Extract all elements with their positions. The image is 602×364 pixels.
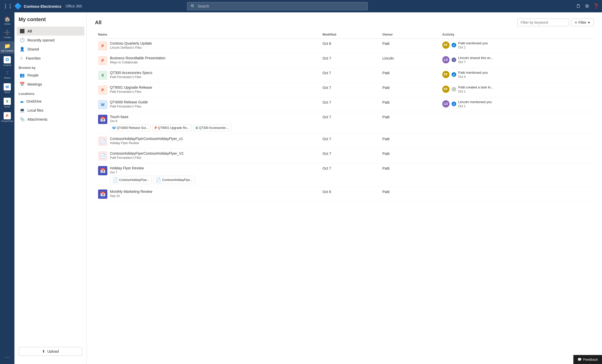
sidebar-item-people[interactable]: 👥 People [14, 71, 86, 80]
file-title[interactable]: Holiday Flyer Review [110, 166, 195, 170]
file-activity: LD ↗ Lincoln shared this wi... Oct 7 [439, 53, 594, 68]
teams-icon: T [6, 71, 9, 76]
file-title[interactable]: Business Roundtable Presentation [110, 56, 165, 60]
file-activity: LD @ Lincoln mentioned you Oct 1 [439, 97, 594, 112]
file-modified: Oct 7 [319, 163, 379, 187]
sidebar-item-meetings[interactable]: 📅 Meetings [14, 80, 86, 89]
filter-input[interactable] [517, 19, 569, 26]
chip-icon: X [196, 126, 198, 130]
file-info: ContosoHolidayFlyerContosoHolidayFlyer_v… [110, 137, 183, 145]
file-title[interactable]: QT300 Accessories Specs [110, 71, 152, 75]
file-title[interactable]: Touch base [110, 115, 231, 119]
feedback-icon[interactable]: 🗒 [576, 4, 581, 9]
file-icon: P [98, 85, 107, 95]
chip-icon: 📄 [112, 177, 118, 183]
rail-item-mycontent[interactable]: 📁 My Content [0, 41, 14, 54]
table-row[interactable]: 📄 ContosoHolidayFlyerContosoHolidayFlyer… [95, 134, 594, 149]
file-activity: PF @ Patti mentioned you Oct 4 [439, 68, 594, 83]
activity-badge-icon: @ [452, 72, 456, 77]
sidebar-nav: ⬛ All 🕐 Recently opened 👤 Shared ☆ Favor… [14, 27, 86, 63]
filter-icon: ≡ [575, 20, 577, 24]
sidebar-item-shared[interactable]: 👤 Shared [17, 45, 84, 54]
table-row[interactable]: 📅 Touch base Oct 8 W QT4000 Release Gui.… [95, 112, 594, 134]
file-activity [439, 134, 594, 149]
sidebar-item-recently-opened[interactable]: 🕐 Recently opened [17, 36, 84, 45]
table-row[interactable]: 📅 Holiday Flyer Review Oct 7 📄 ContosoHo… [95, 163, 594, 187]
file-title[interactable]: ContosoHolidayFlyerContosoHolidayFlyer_V… [110, 151, 183, 155]
table-row[interactable]: 📄 ContosoHolidayFlyerContosoHolidayFlyer… [95, 149, 594, 163]
content-filters: ≡ Filter ▾ [517, 19, 594, 26]
all-icon: ⬛ [20, 29, 25, 34]
search-bar[interactable]: 🔍 [187, 2, 368, 10]
rail-item-powerpoint[interactable]: P PowerPoint [0, 111, 14, 124]
file-owner: Patti [379, 83, 439, 97]
file-title[interactable]: QT4000 Release Guide [110, 100, 148, 104]
related-chip[interactable]: W QT4000 Release Gui... [110, 125, 151, 131]
company-name: Contoso Electronics [24, 4, 61, 9]
activity-time: Oct 1 [458, 104, 492, 108]
rail-item-create[interactable]: ➕ Create [0, 28, 14, 40]
file-icon: P [98, 56, 107, 65]
table-row[interactable]: P Contoso Quarterly Update Lincoln DeMar… [95, 39, 594, 53]
file-modified: Oct 7 [319, 149, 379, 163]
sidebar: My content ⬛ All 🕐 Recently opened 👤 Sha… [14, 12, 87, 364]
table-row[interactable]: P QT9001 Upgrade Release Patti Fernandez… [95, 83, 594, 97]
feedback-button[interactable]: 💬 Feedback [573, 355, 602, 364]
table-row[interactable]: W QT4000 Release Guide Patti Fernandez's… [95, 97, 594, 112]
col-owner: Owner [379, 30, 439, 39]
related-chip[interactable]: 📄 ContosoHolidayFlye... [110, 176, 151, 184]
file-activity [439, 163, 594, 187]
sidebar-item-onedrive[interactable]: ☁ OneDrive [14, 97, 86, 106]
people-icon: 👥 [20, 73, 25, 78]
help-icon[interactable]: ❓ [593, 3, 599, 9]
file-subtitle: Patti Fernandez's Files [110, 75, 152, 79]
file-info: Monthly Marketing Review Sep 24 [110, 189, 152, 198]
avatar: PF [442, 86, 450, 93]
file-subtitle: Lincoln DeMaris's Files [110, 46, 152, 49]
rail-item-outlook[interactable]: O Outlook [0, 55, 14, 68]
sidebar-item-all[interactable]: ⬛ All [17, 27, 84, 36]
file-title[interactable]: Contoso Quarterly Update [110, 41, 152, 45]
chip-icon: P [155, 126, 157, 130]
file-icon: 📅 [98, 115, 107, 124]
file-title[interactable]: ContosoHolidayFlyerContosoHolidayFlyer_v… [110, 137, 183, 141]
sidebar-item-attachments[interactable]: 📎 Attachments [14, 115, 86, 124]
file-icon: W [98, 100, 107, 109]
sidebar-item-local-files[interactable]: 💻 Local files [14, 106, 86, 115]
rail-item-excel[interactable]: X Excel [0, 96, 14, 110]
search-icon: 🔍 [190, 4, 196, 9]
app-name: Office 365 [66, 4, 82, 8]
table-row[interactable]: P Business Roundtable Presentation Ways … [95, 53, 594, 68]
search-input[interactable] [198, 4, 364, 8]
file-title[interactable]: QT9001 Upgrade Release [110, 85, 152, 89]
upload-icon: ⬆ [42, 349, 45, 353]
filter-button[interactable]: ≡ Filter ▾ [571, 19, 594, 26]
file-owner: Patti [379, 68, 439, 83]
more-apps-icon[interactable]: ··· [5, 354, 10, 360]
activity-text: Patti mentioned you [458, 41, 488, 46]
rail-item-teams[interactable]: T Teams [0, 69, 14, 81]
file-subtitle: Ways to Collaborate [110, 61, 165, 64]
home-icon: 🏠 [4, 16, 11, 22]
file-activity [439, 149, 594, 163]
col-activity: Activity [439, 30, 594, 39]
file-owner: Patti [379, 187, 439, 202]
file-owner: Patti [379, 112, 439, 134]
rail-item-word[interactable]: W Word [0, 82, 14, 95]
sidebar-item-favorites[interactable]: ☆ Favorites [17, 54, 84, 63]
upload-button[interactable]: ⬆ Upload [19, 347, 82, 356]
related-chip[interactable]: P QT9001 Upgrade Re... [152, 125, 192, 131]
app-logo[interactable]: ⋮⋮ 🔷 Contoso Electronics [3, 3, 61, 10]
related-chip[interactable]: 📄 ContosoHolidayFlye... [153, 176, 195, 184]
file-icon: 📄 [98, 137, 107, 146]
waffle-icon[interactable]: ⋮⋮ [3, 3, 12, 9]
file-subtitle: Sep 24 [110, 194, 152, 198]
related-chip[interactable]: X QT300 Accessories ... [193, 125, 232, 131]
rail-item-home[interactable]: 🏠 Home [0, 14, 14, 27]
file-subtitle: Patti Fernandez's Files [110, 105, 148, 108]
settings-icon[interactable]: ⚙ [585, 3, 589, 9]
file-owner: Patti [379, 163, 439, 187]
table-row[interactable]: 📅 Monthly Marketing Review Sep 24 Oct 6P… [95, 187, 594, 202]
file-title[interactable]: Monthly Marketing Review [110, 189, 152, 194]
table-row[interactable]: X QT300 Accessories Specs Patti Fernande… [95, 68, 594, 83]
